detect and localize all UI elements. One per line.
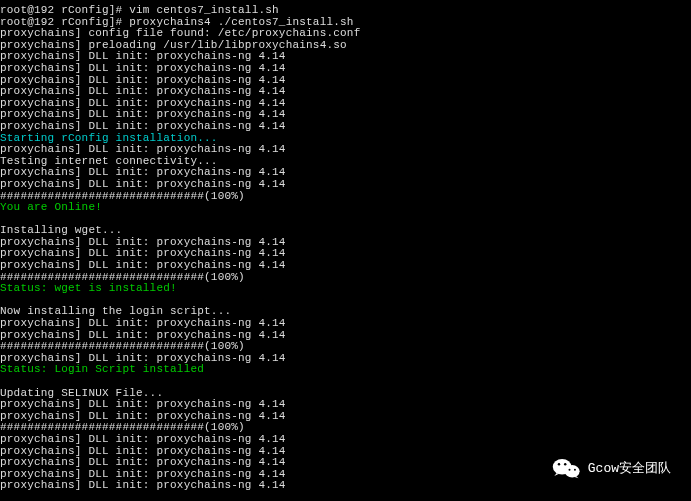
terminal-line: proxychains] DLL init: proxychains-ng 4.…	[0, 121, 691, 133]
svg-point-5	[574, 469, 576, 471]
terminal-line: ##############################(100%)	[0, 191, 691, 203]
terminal-output: root@192 rConfig]# vim centos7_install.s…	[0, 5, 691, 492]
svg-point-4	[568, 469, 570, 471]
terminal-line: root@192 rConfig]# vim centos7_install.s…	[0, 5, 691, 17]
svg-point-1	[565, 465, 580, 477]
terminal-line: Status: wget is installed!	[0, 283, 691, 295]
terminal-line: proxychains] DLL init: proxychains-ng 4.…	[0, 144, 691, 156]
watermark-text: Gcow安全团队	[588, 462, 671, 476]
terminal-line: proxychains] DLL init: proxychains-ng 4.…	[0, 179, 691, 191]
terminal-line: proxychains] DLL init: proxychains-ng 4.…	[0, 480, 691, 492]
wechat-icon	[552, 457, 580, 481]
terminal-line	[0, 376, 691, 388]
watermark: Gcow安全团队	[552, 457, 671, 481]
terminal-line: proxychains] DLL init: proxychains-ng 4.…	[0, 434, 691, 446]
terminal-line: proxychains] DLL init: proxychains-ng 4.…	[0, 86, 691, 98]
terminal-line: proxychains] DLL init: proxychains-ng 4.…	[0, 260, 691, 272]
svg-point-2	[558, 463, 560, 465]
terminal-line: proxychains] DLL init: proxychains-ng 4.…	[0, 318, 691, 330]
terminal-line: You are Online!	[0, 202, 691, 214]
terminal-line: proxychains] DLL init: proxychains-ng 4.…	[0, 63, 691, 75]
terminal-line: Status: Login Script installed	[0, 364, 691, 376]
svg-point-3	[564, 463, 566, 465]
